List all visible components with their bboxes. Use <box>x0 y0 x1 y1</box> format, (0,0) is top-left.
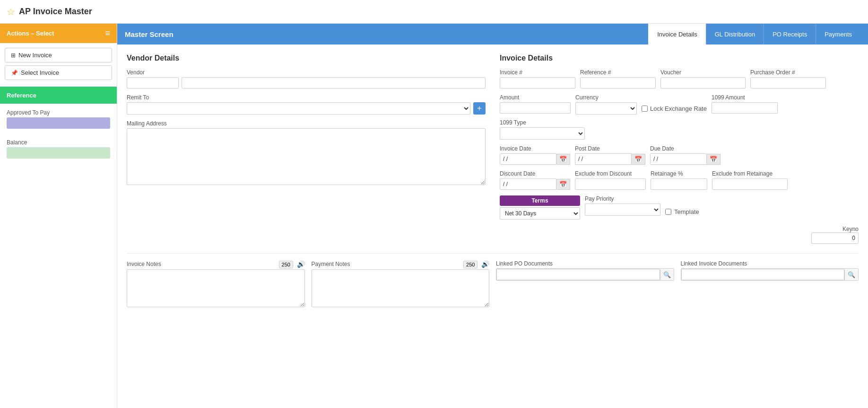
invoice-num-input[interactable] <box>500 77 575 89</box>
hamburger-icon[interactable]: ≡ <box>105 28 110 38</box>
remit-add-button[interactable]: + <box>473 102 486 115</box>
exclude-retainage-input[interactable] <box>712 178 788 190</box>
post-date-label: Post Date <box>575 145 645 152</box>
amount-1099-input[interactable] <box>712 102 778 114</box>
currency-field: Currency USD EUR GBP CAD <box>575 94 637 115</box>
form-area: Vendor Details Vendor Remit To <box>117 44 868 408</box>
type-1099-label: 1099 Type <box>500 119 585 126</box>
reference-input[interactable] <box>580 77 656 89</box>
discount-date-calendar-button[interactable]: 📅 <box>556 179 570 190</box>
master-screen-title: Master Screen <box>125 30 648 38</box>
inv-row-4: Discount Date 📅 Exclude from Discount Re… <box>500 170 859 190</box>
exclude-discount-field: Exclude from Discount <box>575 170 646 190</box>
new-invoice-button[interactable]: ⊞ New Invoice <box>5 48 112 62</box>
content-area: Master Screen Invoice Details GL Distrib… <box>117 24 868 408</box>
template-checkbox[interactable] <box>665 209 671 215</box>
pay-priority-select[interactable]: Normal High Low <box>585 204 660 216</box>
sidebar-buttons: ⊞ New Invoice 📌 Select Invoice <box>0 43 117 85</box>
select-invoice-button[interactable]: 📌 Select Invoice <box>5 65 112 80</box>
exclude-discount-label: Exclude from Discount <box>575 170 646 177</box>
payment-notes-header: Payment Notes 250 🔊 <box>312 260 490 268</box>
amount-input[interactable] <box>500 102 571 114</box>
post-date-field: Post Date 📅 <box>575 145 645 165</box>
invoice-date-field: Invoice Date 📅 <box>500 145 570 165</box>
form-columns: Vendor Details Vendor Remit To <box>127 54 859 244</box>
main-layout: Actions – Select ≡ ⊞ New Invoice 📌 Selec… <box>0 24 868 408</box>
tab-gl-distribution[interactable]: GL Distribution <box>706 24 764 44</box>
currency-label: Currency <box>575 94 637 101</box>
actions-bar: Actions – Select ≡ <box>0 24 117 43</box>
terms-field: Terms Net 30 Days Net 15 Days Net 60 Day… <box>500 195 580 220</box>
amount-label: Amount <box>500 94 571 101</box>
invoice-num-label: Invoice # <box>500 69 575 76</box>
vendor-inputs <box>127 77 486 89</box>
vendor-code-input[interactable] <box>127 77 179 89</box>
linked-invoice-col: Linked Invoice Documents 🔍 <box>681 260 859 307</box>
nav-tabs: Invoice Details GL Distribution PO Recei… <box>648 24 860 44</box>
po-input[interactable] <box>750 77 826 89</box>
mailing-address-group: Mailing Address <box>127 120 486 186</box>
post-date-input[interactable] <box>575 153 632 165</box>
linked-po-search-input[interactable] <box>496 269 660 280</box>
retainage-input[interactable] <box>651 178 707 190</box>
currency-select[interactable]: USD EUR GBP CAD <box>575 102 637 115</box>
plus-icon: ⊞ <box>11 52 16 59</box>
due-date-calendar-button[interactable]: 📅 <box>707 154 720 165</box>
voucher-field: Voucher <box>660 69 746 89</box>
reference-label: Reference # <box>580 69 656 76</box>
payment-notes-col: Payment Notes 250 🔊 <box>312 260 490 307</box>
discount-date-input[interactable] <box>500 178 556 190</box>
linked-po-header: Linked PO Documents <box>496 260 674 267</box>
retainage-label: Retainage % <box>651 170 707 177</box>
vendor-field-group: Vendor <box>127 69 486 89</box>
invoice-notes-header: Invoice Notes 250 🔊 <box>127 260 305 268</box>
terms-select[interactable]: Net 30 Days Net 15 Days Net 60 Days Due … <box>500 207 580 220</box>
voucher-input[interactable] <box>660 77 746 89</box>
linked-po-search-wrap: 🔍 <box>496 268 674 281</box>
invoice-notes-label: Invoice Notes <box>127 261 161 267</box>
invoice-notes-col: Invoice Notes 250 🔊 <box>127 260 305 307</box>
terms-button[interactable]: Terms <box>500 195 580 206</box>
invoice-notes-textarea[interactable] <box>127 269 305 307</box>
voucher-label: Voucher <box>660 69 746 76</box>
mailing-address-textarea[interactable] <box>127 128 486 185</box>
notes-section: Invoice Notes 250 🔊 Payment Notes 250 🔊 <box>127 253 859 307</box>
amount-1099-label: 1099 Amount <box>712 94 778 101</box>
tab-payments[interactable]: Payments <box>816 24 860 44</box>
exclude-retainage-field: Exclude from Retainage <box>712 170 788 190</box>
tab-po-receipts[interactable]: PO Receipts <box>764 24 816 44</box>
invoice-date-calendar-button[interactable]: 📅 <box>556 154 570 165</box>
inv-row-2: Amount Currency USD EUR GBP CAD <box>500 94 859 140</box>
due-date-input[interactable] <box>650 153 707 165</box>
reference-section: Reference Approved To Pay Balance <box>0 87 117 170</box>
invoice-date-label: Invoice Date <box>500 145 570 152</box>
linked-po-search-icon: 🔍 <box>660 269 674 280</box>
po-label: Purchase Order # <box>750 69 826 76</box>
tab-invoice-details[interactable]: Invoice Details <box>648 24 706 44</box>
linked-invoice-search-input[interactable] <box>681 269 845 280</box>
post-date-calendar-button[interactable]: 📅 <box>632 154 645 165</box>
type-1099-select[interactable]: Non-Employee Compensation Rents Other In… <box>500 127 585 140</box>
new-invoice-label: New Invoice <box>18 52 52 59</box>
exclude-retainage-label: Exclude from Retainage <box>712 170 788 177</box>
invoice-date-wrap: 📅 <box>500 153 570 165</box>
linked-invoice-header: Linked Invoice Documents <box>681 260 859 267</box>
linked-invoice-label: Linked Invoice Documents <box>681 260 747 267</box>
vendor-name-input[interactable] <box>182 77 486 89</box>
invoice-notes-audio-icon[interactable]: 🔊 <box>297 260 305 268</box>
exclude-discount-input[interactable] <box>575 178 646 190</box>
invoice-section: Invoice Details Invoice # Reference # Vo <box>500 54 859 244</box>
due-date-label: Due Date <box>650 145 720 152</box>
payment-notes-textarea[interactable] <box>312 269 490 307</box>
app-title: AP Invoice Master <box>19 7 92 17</box>
lock-exchange-checkbox[interactable] <box>642 106 648 112</box>
discount-date-field: Discount Date 📅 <box>500 170 570 190</box>
type-1099-field: 1099 Type Non-Employee Compensation Rent… <box>500 119 585 140</box>
due-date-field: Due Date 📅 <box>650 145 720 165</box>
approved-to-pay-group: Approved To Pay <box>7 109 110 129</box>
remit-to-select[interactable] <box>127 102 470 115</box>
invoice-date-input[interactable] <box>500 153 556 165</box>
payment-notes-audio-icon[interactable]: 🔊 <box>481 260 489 268</box>
keyno-input[interactable] <box>811 232 859 244</box>
reference-label: Reference <box>7 92 36 99</box>
